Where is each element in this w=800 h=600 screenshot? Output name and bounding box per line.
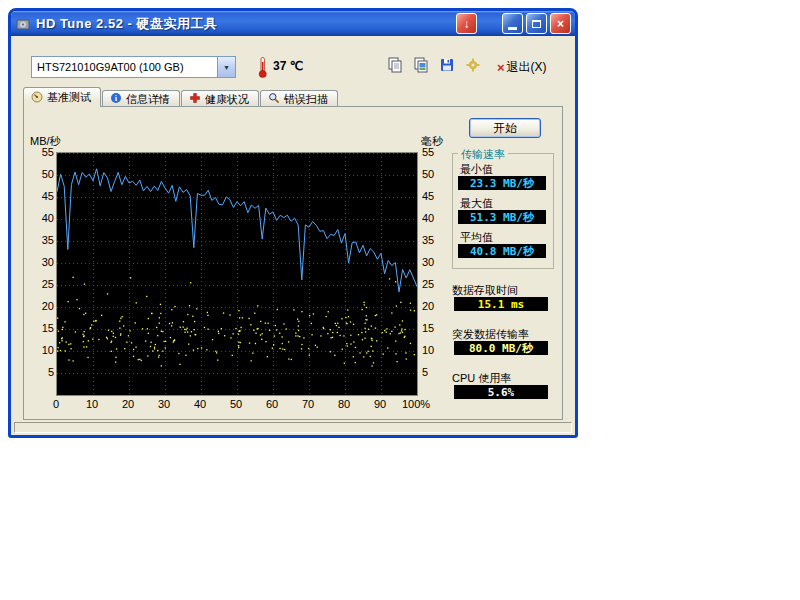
axis-tick: 0 bbox=[53, 398, 59, 410]
axis-tick: 15 bbox=[42, 322, 54, 334]
cpu-usage-value: 5.6% bbox=[454, 385, 548, 399]
thermometer-icon bbox=[257, 56, 268, 83]
axis-tick: 55 bbox=[42, 146, 54, 158]
close-button[interactable]: × bbox=[550, 13, 571, 34]
benchmark-panel: 开始 MB/秒 毫秒 555045403530252015105 5550454… bbox=[23, 106, 563, 420]
save-screenshot-button[interactable] bbox=[435, 55, 459, 79]
axis-tick: 45 bbox=[422, 190, 434, 202]
minimize-button[interactable] bbox=[502, 13, 523, 34]
axis-tick: 80 bbox=[338, 398, 350, 410]
tab-error-scan[interactable]: 错误扫描 bbox=[260, 90, 338, 107]
download-arrow-icon: ↓ bbox=[464, 17, 470, 31]
axis-tick: 5 bbox=[422, 366, 428, 378]
axis-tick: 40 bbox=[194, 398, 206, 410]
axis-tick: 30 bbox=[422, 256, 434, 268]
cpu-usage-label: CPU 使用率 bbox=[452, 371, 511, 386]
axis-tick: 35 bbox=[42, 234, 54, 246]
options-button[interactable] bbox=[461, 55, 485, 79]
close-icon: × bbox=[557, 17, 564, 31]
axis-tick: 20 bbox=[122, 398, 134, 410]
benchmark-chart bbox=[56, 152, 418, 396]
min-value: 23.3 MB/秒 bbox=[458, 176, 546, 190]
gear-icon bbox=[465, 57, 481, 77]
info-icon: i bbox=[110, 92, 122, 106]
axis-tick: 45 bbox=[42, 190, 54, 202]
exit-label: 退出(X) bbox=[507, 59, 547, 76]
axis-tick: 40 bbox=[42, 212, 54, 224]
tab-error-scan-label: 错误扫描 bbox=[284, 92, 328, 107]
axis-tick: 70 bbox=[302, 398, 314, 410]
window-title: HD Tune 2.52 - 硬盘实用工具 bbox=[36, 15, 453, 33]
temperature-label: 37 ℃ bbox=[273, 59, 303, 73]
tab-benchmark-label: 基准测试 bbox=[47, 90, 91, 105]
access-time-value: 15.1 ms bbox=[454, 297, 548, 311]
start-button-label: 开始 bbox=[493, 120, 517, 137]
burst-rate-value: 80.0 MB/秒 bbox=[454, 341, 548, 355]
tab-benchmark[interactable]: 基准测试 bbox=[23, 87, 101, 107]
avg-value: 40.8 MB/秒 bbox=[458, 244, 546, 258]
tab-bar: 基准测试 i 信息详情 健康状况 错误扫描 bbox=[23, 87, 339, 107]
axis-tick: 10 bbox=[86, 398, 98, 410]
axis-tick: 20 bbox=[422, 300, 434, 312]
axis-tick: 40 bbox=[422, 212, 434, 224]
copy-text-button[interactable] bbox=[383, 55, 407, 79]
minimize-icon bbox=[508, 27, 517, 30]
exit-button[interactable]: × 退出(X) bbox=[497, 57, 547, 77]
axis-tick: 55 bbox=[422, 146, 434, 158]
save-icon bbox=[439, 57, 455, 77]
transfer-rate-group-title: 传输速率 bbox=[458, 147, 508, 162]
drive-select[interactable]: HTS721010G9AT00 (100 GB) ▼ bbox=[31, 56, 236, 78]
copy-text-icon bbox=[387, 57, 403, 77]
access-time-label: 数据存取时间 bbox=[452, 283, 518, 298]
tab-info[interactable]: i 信息详情 bbox=[102, 90, 180, 107]
update-button[interactable]: ↓ bbox=[456, 13, 477, 34]
transfer-rate-group: 传输速率 最小值 23.3 MB/秒 最大值 51.3 MB/秒 平均值 40.… bbox=[452, 153, 554, 269]
maximize-icon bbox=[532, 20, 541, 28]
axis-tick: 10 bbox=[422, 344, 434, 356]
x-axis-ticks: 0102030405060708090100% bbox=[56, 398, 416, 412]
hdtune-window: HD Tune 2.52 - 硬盘实用工具 ↓ × HTS721010G9AT0… bbox=[8, 8, 578, 438]
magnifier-icon bbox=[268, 92, 280, 106]
axis-tick: 30 bbox=[158, 398, 170, 410]
window-body: HTS721010G9AT00 (100 GB) ▼ 37 ℃ × 退出(X) bbox=[11, 36, 575, 435]
axis-tick: 50 bbox=[230, 398, 242, 410]
axis-tick: 50 bbox=[42, 168, 54, 180]
tab-health-label: 健康状况 bbox=[205, 92, 249, 107]
copy-screenshot-button[interactable] bbox=[409, 55, 433, 79]
status-bar bbox=[14, 422, 572, 433]
axis-tick: 50 bbox=[422, 168, 434, 180]
drive-select-value: HTS721010G9AT00 (100 GB) bbox=[32, 61, 217, 73]
benchmark-icon bbox=[31, 91, 43, 105]
health-cross-icon bbox=[189, 92, 201, 106]
maximize-button[interactable] bbox=[526, 13, 547, 34]
axis-tick: 30 bbox=[42, 256, 54, 268]
chevron-down-icon[interactable]: ▼ bbox=[217, 57, 235, 77]
axis-tick: 60 bbox=[266, 398, 278, 410]
start-button[interactable]: 开始 bbox=[469, 118, 541, 138]
left-axis-ticks: 555045403530252015105 bbox=[26, 152, 54, 394]
axis-tick: 10 bbox=[42, 344, 54, 356]
axis-tick: 20 bbox=[42, 300, 54, 312]
tab-info-label: 信息详情 bbox=[126, 92, 170, 107]
max-value: 51.3 MB/秒 bbox=[458, 210, 546, 224]
titlebar[interactable]: HD Tune 2.52 - 硬盘实用工具 ↓ × bbox=[11, 11, 575, 36]
axis-tick: 100% bbox=[402, 398, 430, 410]
axis-tick: 35 bbox=[422, 234, 434, 246]
axis-tick: 5 bbox=[48, 366, 54, 378]
axis-tick: 25 bbox=[42, 278, 54, 290]
tab-health[interactable]: 健康状况 bbox=[181, 90, 259, 107]
axis-tick: 25 bbox=[422, 278, 434, 290]
chart-canvas bbox=[57, 153, 417, 395]
right-axis-ticks: 555045403530252015105 bbox=[420, 152, 450, 394]
exit-x-icon: × bbox=[497, 61, 505, 74]
axis-tick: 15 bbox=[422, 322, 434, 334]
axis-tick: 90 bbox=[374, 398, 386, 410]
app-icon bbox=[15, 16, 31, 32]
copy-screenshot-icon bbox=[413, 57, 429, 77]
